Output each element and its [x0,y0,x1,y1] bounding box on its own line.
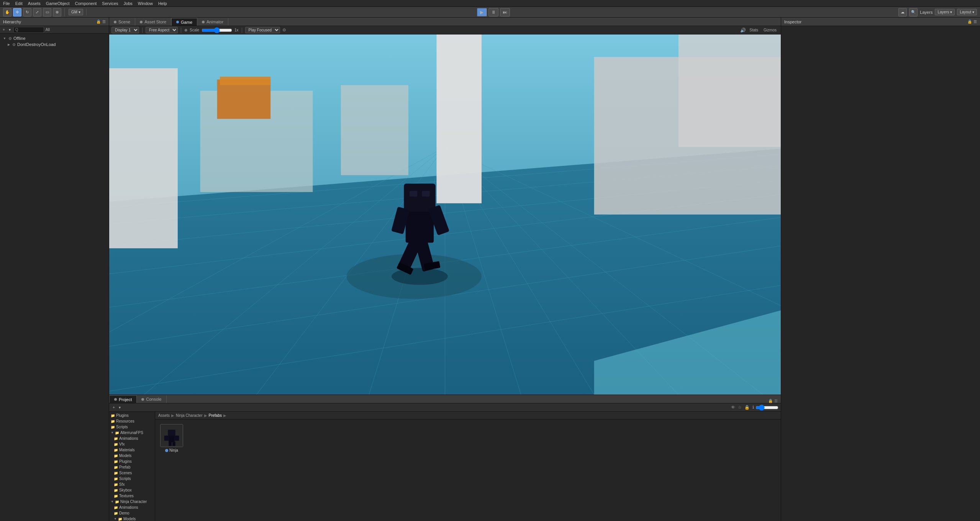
tab-game[interactable]: Game [171,18,197,26]
hierarchy-menu-icon[interactable]: ☰ [102,20,106,24]
tab-scene[interactable]: Scene [109,18,135,26]
gm-dropdown[interactable]: GM ▾ [69,9,83,15]
tree-animations-label: Animations [119,436,138,441]
project-add-btn[interactable]: + [111,405,116,410]
asset-ninja[interactable]: Ninja [158,423,185,454]
console-dot [141,398,144,401]
display-select[interactable]: Display 1 [111,27,139,33]
tree-animations[interactable]: 📁 Animations [109,436,155,441]
settings-icon[interactable]: ⚙ [282,28,286,33]
svg-rect-22 [678,34,781,147]
tree-prefab[interactable]: 📁 Prefab [109,464,155,470]
transform-tool[interactable]: ⊕ [53,8,61,16]
tree-plugins[interactable]: 📁 Plugins [109,413,155,418]
scale-tool[interactable]: ⤢ [33,8,41,16]
star-icon[interactable]: ☆ [738,405,742,410]
pause-button[interactable]: ⏸ [488,8,498,16]
tree-plugins2[interactable]: 📁 Plugins [109,459,155,464]
hierarchy-all-label[interactable]: All [46,28,50,32]
breadcrumb-prefabs[interactable]: Prefabs [209,413,222,418]
project-minus-btn[interactable]: ▾ [118,405,122,410]
rect-tool[interactable]: ▭ [43,8,51,16]
main-layout: Hierarchy 🔒 ☰ + ▾ All ▼ ⚙ Offline ▶ ⚙ Do… [0,18,980,521]
tree-textures[interactable]: 📁 Textures [109,493,155,499]
folder-icon-ninjachar: 📁 [115,500,119,504]
tree-skybox[interactable]: 📁 Skybox [109,487,155,493]
inspector-menu-icon[interactable]: ☰ [973,20,977,24]
menu-file[interactable]: File [3,1,10,6]
tree-plugins2-label: Plugins [119,459,132,464]
lock-icon2[interactable]: 🔒 [768,399,773,403]
info-icon[interactable]: ℹ [752,405,754,410]
sep2: ▶ [204,413,207,418]
size-slider[interactable] [755,405,778,410]
eye-icon[interactable]: 👁 [731,405,735,410]
tab-asset-store[interactable]: Asset Store [135,18,171,26]
mute-button[interactable]: 🔊 [740,28,746,33]
aspect-select[interactable]: Free Aspect [146,27,178,33]
tree-nc-demo[interactable]: 📁 Demo [109,510,155,516]
tab-console[interactable]: Console [137,395,166,403]
tree-scenes[interactable]: 📁 Scenes [109,470,155,476]
tab-project[interactable]: Project [109,395,137,403]
menu-help[interactable]: Help [158,1,167,6]
hierarchy-search[interactable] [13,27,44,33]
console-tab-label: Console [146,397,161,401]
search-icon[interactable]: 🔍 [909,8,918,16]
scale-slider[interactable] [202,28,232,33]
tree-resources[interactable]: 📁 Resources [109,418,155,424]
step-button[interactable]: ⏭ [500,8,510,16]
cloud-icon[interactable]: ☁ [898,8,907,16]
tree-nc-animations[interactable]: 📁 Animations [109,505,155,510]
tree-nc-models[interactable]: ▼ 📁 Models [109,516,155,521]
menu-component[interactable]: Component [75,1,97,6]
breadcrumb-ninja[interactable]: Ninja Character [176,413,202,418]
menu-gameobject[interactable]: GameObject [46,1,70,6]
tree-sfx[interactable]: 📁 Sfx [109,482,155,487]
folder-icon-scenes: 📁 [114,471,118,475]
layers-dropdown[interactable]: Layers ▾ [935,9,955,15]
menu-window[interactable]: Window [138,1,153,6]
move-tool[interactable]: ✥ [13,8,21,16]
tree-vfx[interactable]: 📁 Vfx [109,441,155,447]
gizmos-button[interactable]: Gizmos [762,27,778,33]
hierarchy-lock[interactable]: 🔒 [96,20,101,24]
tab-animator[interactable]: Animator [197,18,228,26]
hier-item-offline[interactable]: ▼ ⚙ Offline [0,35,109,41]
tree-scripts[interactable]: 📁 Scripts [109,424,155,430]
menu-jobs[interactable]: Jobs [124,1,133,6]
play-focused-select[interactable]: Play Focused [245,27,280,33]
rotate-tool[interactable]: ↻ [23,8,31,16]
tree-materials[interactable]: 📁 Materials [109,447,155,453]
tree-alterruna[interactable]: ▼ 📁 AlterrunaFPS [109,430,155,436]
hierarchy-minus-btn[interactable]: ▾ [8,27,12,32]
hierarchy-header: Hierarchy 🔒 ☰ [0,18,109,26]
folder-icon-nc-models: 📁 [118,517,122,521]
inspector-lock[interactable]: 🔒 [967,20,972,24]
menu-assets[interactable]: Assets [28,1,41,6]
folder-icon-skybox: 📁 [114,488,118,492]
hierarchy-add-btn[interactable]: + [2,27,6,32]
tree-scripts2[interactable]: 📁 Scripts [109,476,155,482]
tree-ninja-char[interactable]: ▼ 📁 Ninja Character [109,499,155,505]
scale-label: Scale [190,28,199,32]
hierarchy-title: Hierarchy [3,20,21,24]
hand-tool[interactable]: ✋ [3,8,11,16]
game-viewport[interactable] [109,34,781,395]
hierarchy-content: ▼ ⚙ Offline ▶ ⚙ DontDestroyOnLoad [0,34,109,521]
lock-icon3[interactable]: 🔒 [744,405,750,410]
breadcrumb-assets[interactable]: Assets [158,413,170,418]
bottom-toolbar-right: 👁 ☆ 🔒 ℹ [731,405,778,410]
folder-icon-nc-anim: 📁 [114,506,118,510]
hier-item-dontdestroy[interactable]: ▶ ⚙ DontDestroyOnLoad [0,41,109,48]
tree-models[interactable]: 📁 Models [109,453,155,459]
menu-icon2[interactable]: ☰ [774,399,778,403]
project-tab-label: Project [119,397,132,402]
play-button[interactable]: ▶ [477,8,487,16]
folder-icon-nc-demo: 📁 [114,511,118,515]
menu-edit[interactable]: Edit [15,1,23,6]
menu-services[interactable]: Services [102,1,118,6]
stats-button[interactable]: Stats [747,27,760,33]
layout-dropdown[interactable]: Layout ▾ [957,9,977,15]
folder-icon-plugins: 📁 [111,414,115,418]
